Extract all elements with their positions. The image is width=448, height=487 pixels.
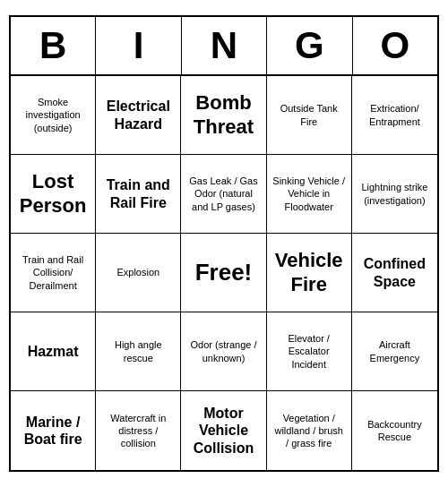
bingo-cell-0: Smoke investigation (outside)	[11, 76, 96, 155]
bingo-cell-8: Sinking Vehicle / Vehicle in Floodwater	[267, 155, 352, 234]
bingo-cell-11: Explosion	[96, 234, 181, 312]
header-letter-b: B	[11, 17, 96, 74]
bingo-grid: Smoke investigation (outside)Electrical …	[11, 76, 437, 470]
bingo-cell-5: Lost Person	[11, 155, 96, 234]
bingo-cell-12: Free!	[181, 234, 266, 312]
header-letter-n: N	[182, 17, 267, 74]
bingo-cell-14: Confined Space	[352, 234, 437, 312]
bingo-cell-13: Vehicle Fire	[267, 234, 352, 312]
bingo-cell-16: High angle rescue	[96, 312, 181, 391]
bingo-cell-1: Electrical Hazard	[96, 76, 181, 155]
bingo-cell-20: Marine / Boat fire	[11, 391, 96, 470]
bingo-cell-7: Gas Leak / Gas Odor (natural and LP gase…	[181, 155, 266, 234]
bingo-cell-19: Aircraft Emergency	[352, 312, 437, 391]
bingo-cell-3: Outside Tank Fire	[267, 76, 352, 155]
bingo-card: BINGO Smoke investigation (outside)Elect…	[9, 15, 439, 472]
bingo-header: BINGO	[11, 17, 437, 76]
bingo-cell-23: Vegetation / wildland / brush / grass fi…	[267, 391, 352, 470]
bingo-cell-18: Elevator / Escalator Incident	[267, 312, 352, 391]
header-letter-g: G	[267, 17, 352, 74]
bingo-cell-10: Train and Rail Collision/ Derailment	[11, 234, 96, 312]
header-letter-i: I	[96, 17, 181, 74]
bingo-cell-9: Lightning strike (investigation)	[352, 155, 437, 234]
bingo-cell-22: Motor Vehicle Collision	[181, 391, 266, 470]
bingo-cell-6: Train and Rail Fire	[96, 155, 181, 234]
bingo-cell-21: Watercraft in distress / collision	[96, 391, 181, 470]
header-letter-o: O	[353, 17, 437, 74]
bingo-cell-15: Hazmat	[11, 312, 96, 391]
bingo-cell-2: Bomb Threat	[181, 76, 266, 155]
bingo-cell-24: Backcountry Rescue	[352, 391, 437, 470]
bingo-cell-17: Odor (strange / unknown)	[181, 312, 266, 391]
bingo-cell-4: Extrication/ Entrapment	[352, 76, 437, 155]
